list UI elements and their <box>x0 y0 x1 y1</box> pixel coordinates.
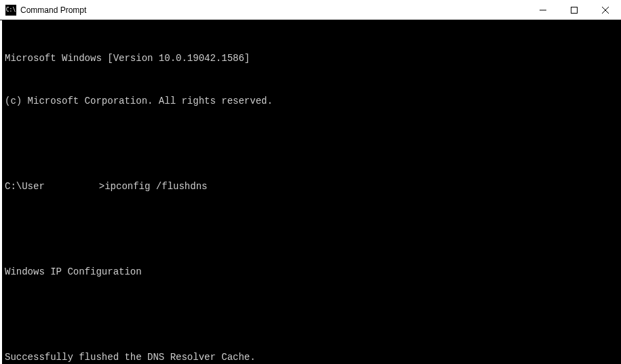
result-message: Successfully flushed the DNS Resolver Ca… <box>5 350 618 364</box>
svg-rect-0 <box>571 7 578 13</box>
window-title: Command Prompt <box>20 5 86 15</box>
titlebar[interactable]: C:\ Command Prompt <box>0 0 621 20</box>
copyright-line: (c) Microsoft Corporation. All rights re… <box>5 94 618 108</box>
command-prompt-window: C:\ Command Prompt Microsoft Windows [Ve… <box>0 0 621 364</box>
maximize-button[interactable] <box>559 0 590 20</box>
cmd-icon: C:\ <box>5 5 16 16</box>
version-line: Microsoft Windows [Version 10.0.19042.15… <box>5 52 618 66</box>
close-button[interactable] <box>590 0 621 20</box>
minimize-button[interactable] <box>527 0 559 20</box>
command-text: >ipconfig /flushdns <box>99 181 208 192</box>
blank-line <box>5 308 618 322</box>
terminal-output[interactable]: Microsoft Windows [Version 10.0.19042.15… <box>0 20 621 364</box>
minimize-icon <box>540 7 546 14</box>
maximize-icon <box>571 7 578 14</box>
blank-line <box>5 222 618 237</box>
close-icon <box>602 7 609 14</box>
section-header: Windows IP Configuration <box>5 265 618 279</box>
command-line: C:\User>ipconfig /flushdns <box>5 180 618 194</box>
titlebar-controls <box>527 0 621 20</box>
titlebar-left: C:\ Command Prompt <box>5 5 86 16</box>
blank-line <box>5 137 618 151</box>
prompt-prefix: C:\User <box>5 181 45 192</box>
